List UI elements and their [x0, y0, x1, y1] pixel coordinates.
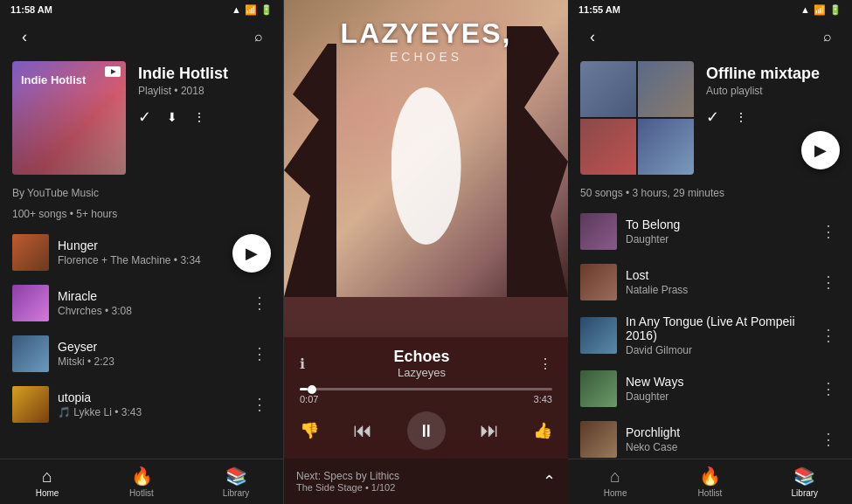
track-thumb-newways	[580, 370, 617, 407]
download-icon[interactable]: ⬇	[167, 110, 177, 124]
time-current: 0:07	[300, 394, 318, 404]
play-button-1[interactable]: ▶	[232, 234, 271, 273]
song-info-miracle: Miracle Chvrches • 3:08	[58, 289, 239, 317]
library-icon-3: 📚	[793, 466, 815, 487]
next-track-bar: Next: Specs by Lithics The Side Stage • …	[284, 459, 568, 504]
song-title-hunger: Hunger	[58, 238, 239, 252]
playlist-title: Indie Hotlist	[138, 65, 271, 83]
next-button[interactable]: ⏭	[480, 419, 499, 442]
mixtape-thumb-4	[638, 119, 694, 175]
search-button-3[interactable]: ⌕	[815, 24, 840, 49]
home-icon-1: ⌂	[42, 466, 52, 487]
youtube-logo: ▶	[105, 66, 121, 77]
cover-title: Indie Hotlist	[21, 73, 86, 87]
track-artist-lost: Natalie Prass	[626, 284, 808, 296]
album-title: LAZYEYES,	[341, 17, 512, 50]
nav-home-1[interactable]: ⌂ Home	[0, 466, 94, 498]
panel-now-playing: LAZYEYES, ECHOES ℹ Echoes Lazyeyes ⋮ 0:0…	[284, 0, 568, 504]
track-more-porchlight[interactable]: ⋮	[817, 426, 840, 452]
track-more-newways[interactable]: ⋮	[817, 376, 840, 402]
nav-hotlist-3[interactable]: 🔥 Hotlist	[662, 466, 757, 498]
chevron-up-icon[interactable]: ⌃	[543, 472, 556, 491]
next-track-info: Next: Specs by Lithics The Side Stage • …	[296, 470, 399, 493]
mixtape-actions: ✓ ⋮	[706, 107, 840, 127]
songs-count-1: 100+ songs • 5+ hours	[0, 204, 283, 227]
mixtape-thumb-1	[580, 61, 636, 117]
panel1-header: ‹ ⌕	[0, 19, 283, 54]
track-info-tobelong: To Belong Daughter	[626, 217, 808, 245]
track-list: To Belong Daughter ⋮ Lost Natalie Prass …	[568, 206, 852, 459]
cover-person	[12, 87, 126, 175]
status-bar-3: 11:55 AM ▲ 📶 🔋	[568, 0, 852, 19]
status-icons-3: ▲ 📶 🔋	[800, 4, 842, 16]
song-more-miracle[interactable]: ⋮	[248, 290, 271, 316]
nav-hotlist-label-1: Hotlist	[129, 488, 154, 498]
next-label: Next: Specs by Lithics	[296, 470, 399, 482]
nav-library-1[interactable]: 📚 Library	[189, 466, 283, 498]
back-button-1[interactable]: ‹	[12, 24, 37, 49]
track-title-newways: New Ways	[626, 375, 808, 389]
search-button-1[interactable]: ⌕	[246, 24, 271, 49]
track-more-tobelong[interactable]: ⋮	[817, 218, 840, 245]
song-thumb-geyser	[12, 335, 49, 372]
panel-indie-hotlist: 11:58 AM ▲ 📶 🔋 ‹ ⌕ ▶ Indie Hotlist Indie…	[0, 0, 284, 504]
track-more-icon[interactable]: ⋮	[538, 356, 552, 372]
back-button-3[interactable]: ‹	[580, 24, 605, 49]
song-info-hunger: Hunger Florence + The Machine • 3:34	[58, 238, 239, 266]
track-thumb-inanytongue	[580, 317, 617, 354]
more-options-icon-3[interactable]: ⋮	[735, 110, 747, 124]
song-item-miracle[interactable]: Miracle Chvrches • 3:08 ⋮	[0, 278, 283, 328]
save-icon-3[interactable]: ✓	[706, 107, 719, 127]
time-row: 0:07 3:43	[300, 394, 552, 404]
playlist-meta: Playlist • 2018	[138, 85, 271, 97]
track-thumb-lost	[580, 264, 617, 300]
song-item-utopia[interactable]: utopia 🎵 Lykke Li • 3:43 ⋮	[0, 379, 283, 430]
figure-silhouette	[391, 87, 461, 245]
pause-button[interactable]: ⏸	[407, 411, 446, 450]
track-more-inanytongue[interactable]: ⋮	[817, 322, 840, 349]
song-more-utopia[interactable]: ⋮	[248, 391, 271, 418]
nav-home-label-1: Home	[36, 488, 59, 498]
nav-home-3[interactable]: ⌂ Home	[568, 466, 662, 498]
track-item-inAnytongue[interactable]: In Any Tongue (Live At Pompeii 2016) Dav…	[568, 307, 852, 363]
library-icon-1: 📚	[225, 466, 247, 487]
mixtape-hero: Offline mixtape Auto playlist ✓ ⋮ ▶	[568, 54, 852, 183]
mixtape-info: Offline mixtape Auto playlist ✓ ⋮	[706, 61, 840, 127]
battery-icon-3: 🔋	[829, 4, 842, 16]
prev-button[interactable]: ⏮	[353, 419, 372, 442]
track-more-lost[interactable]: ⋮	[817, 269, 840, 295]
nav-home-label-3: Home	[604, 488, 627, 498]
more-options-icon[interactable]: ⋮	[193, 110, 205, 124]
song-item-geyser[interactable]: Geyser Mitski • 2:23 ⋮	[0, 328, 283, 379]
progress-bar-bg[interactable]	[300, 388, 552, 390]
wifi-icon-3: 📶	[814, 4, 826, 16]
save-icon[interactable]: ✓	[138, 107, 151, 127]
home-icon-3: ⌂	[610, 466, 620, 487]
progress-bar-fill	[300, 388, 308, 390]
player-controls: ℹ Echoes Lazyeyes ⋮ 0:07 3:43 👎 ⏮ ⏸ ⏭ 👍	[284, 337, 568, 459]
track-item-tobelong[interactable]: To Belong Daughter ⋮	[568, 206, 852, 257]
progress-area[interactable]: 0:07 3:43	[300, 388, 552, 404]
next-source: The Side Stage • 1/102	[296, 482, 399, 493]
thumbdown-button[interactable]: 👎	[300, 421, 319, 440]
playlist-info: Indie Hotlist Playlist • 2018 ✓ ⬇ ⋮	[138, 61, 271, 127]
track-artist-porchlight: Neko Case	[626, 441, 808, 453]
bottom-nav-1: ⌂ Home 🔥 Hotlist 📚 Library	[0, 459, 283, 504]
hotlist-icon-1: 🔥	[131, 466, 153, 487]
time-total: 3:43	[534, 394, 552, 404]
song-more-geyser[interactable]: ⋮	[248, 341, 271, 367]
signal-icon: ▲	[232, 4, 241, 15]
status-icons-1: ▲ 📶 🔋	[232, 4, 273, 16]
nav-library-3[interactable]: 📚 Library	[758, 466, 852, 498]
track-artist-inanytongue: David Gilmour	[626, 344, 808, 356]
track-item-newways[interactable]: New Ways Daughter ⋮	[568, 363, 852, 414]
song-thumb-miracle	[12, 285, 49, 321]
track-item-porchlight[interactable]: Porchlight Neko Case ⋮	[568, 414, 852, 459]
track-title-main: Echoes	[305, 348, 538, 366]
thumbup-button[interactable]: 👍	[533, 421, 552, 440]
play-button-3[interactable]: ▶	[801, 131, 840, 169]
song-title-geyser: Geyser	[58, 340, 239, 354]
track-item-lost[interactable]: Lost Natalie Prass ⋮	[568, 257, 852, 307]
nav-hotlist-1[interactable]: 🔥 Hotlist	[94, 466, 189, 498]
playlist-hero: ▶ Indie Hotlist Indie Hotlist Playlist •…	[0, 54, 283, 183]
